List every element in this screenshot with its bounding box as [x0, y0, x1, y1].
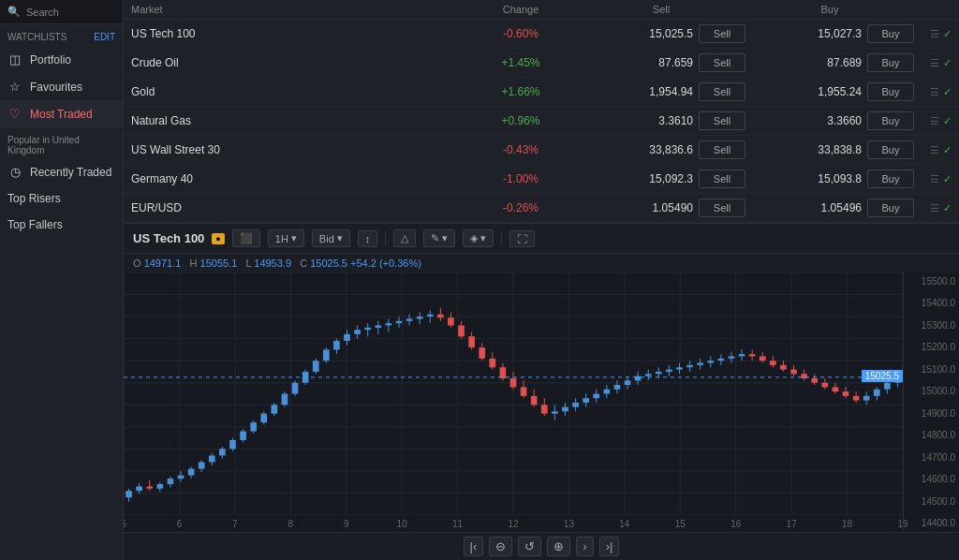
watchlist-icon[interactable]: ☰: [930, 86, 939, 98]
sidebar-item-portfolio[interactable]: ◫ Portfolio: [0, 46, 123, 73]
nav-first-button[interactable]: |‹: [464, 537, 484, 556]
table-row[interactable]: Crude Oil +1.45% 87.659 Sell 87.689 Buy …: [124, 49, 959, 78]
zoom-in-button[interactable]: ⊕: [547, 537, 570, 556]
sell-button[interactable]: Sell: [699, 199, 745, 217]
sidebar-item-top-risers[interactable]: Top Risers: [0, 185, 123, 212]
change-cell: +1.66%: [465, 85, 577, 98]
watchlist-icon[interactable]: ☰: [930, 144, 939, 156]
pen-button[interactable]: ✎ ▾: [423, 229, 455, 247]
check-icon[interactable]: ✓: [943, 202, 952, 214]
price-scale-label: 15500.0: [907, 276, 955, 287]
table-row[interactable]: Gold +1.66% 1,954.94 Sell 1,955.24 Buy ☰…: [124, 78, 959, 107]
price-scale-label: 14500.0: [907, 496, 955, 507]
heart-icon: ♡: [7, 107, 22, 121]
price-type-button[interactable]: Bid ▾: [312, 229, 350, 247]
market-name: Natural Gas: [131, 114, 465, 127]
sidebar-item-label: Recently Traded: [30, 166, 111, 179]
edit-button[interactable]: Edit: [94, 32, 115, 42]
timeframe-button[interactable]: 1H ▾: [268, 229, 304, 247]
check-icon[interactable]: ✓: [943, 86, 952, 98]
market-name: EUR/USD: [131, 201, 465, 214]
fullscreen-button[interactable]: ⛶: [509, 230, 535, 247]
sell-price: 87.659: [632, 56, 693, 69]
buy-button[interactable]: Buy: [867, 169, 914, 188]
price-scale-label: 14800.0: [907, 430, 955, 440]
header-sell: Sell: [577, 4, 745, 15]
buy-button[interactable]: Buy: [867, 111, 914, 130]
check-icon[interactable]: ✓: [943, 173, 952, 185]
sidebar-item-top-fallers[interactable]: Top Fallers: [0, 212, 123, 238]
x-axis-label: 12: [508, 519, 518, 529]
nav-next-button[interactable]: ›: [576, 537, 593, 556]
buy-cell: 33,838.8 Buy: [745, 140, 914, 159]
scale-button[interactable]: ↕: [358, 230, 378, 247]
top-fallers-label: Top Fallers: [7, 218, 63, 231]
sell-price: 1,954.94: [632, 85, 693, 98]
buy-button[interactable]: Buy: [867, 53, 914, 72]
sell-button[interactable]: Sell: [699, 140, 745, 159]
watchlist-icon[interactable]: ☰: [930, 173, 939, 185]
check-icon[interactable]: ✓: [943, 115, 952, 127]
check-icon[interactable]: ✓: [943, 144, 952, 156]
sell-button[interactable]: Sell: [699, 53, 745, 72]
watchlists-header: WATCHLISTS Edit: [0, 24, 123, 46]
watchlists-label: WATCHLISTS: [7, 32, 66, 42]
table-row[interactable]: Germany 40 -1.00% 15,092.3 Sell 15,093.8…: [124, 165, 959, 194]
sell-button[interactable]: Sell: [699, 169, 745, 188]
market-name: Crude Oil: [131, 56, 465, 69]
layers-button[interactable]: ◈ ▾: [463, 229, 494, 247]
sidebar-item-recently-traded[interactable]: ◷ Recently Traded: [0, 158, 123, 185]
buy-cell: 15,027.3 Buy: [745, 24, 914, 43]
sidebar-item-most-traded[interactable]: ♡ Most Traded: [0, 100, 123, 127]
market-table: Market Change Sell Buy US Tech 100 -0.60…: [124, 0, 959, 224]
nav-last-button[interactable]: ›|: [599, 537, 620, 556]
chart-canvas-wrap: 15500.015400.015300.015200.015100.015000…: [124, 273, 959, 532]
sell-button[interactable]: Sell: [699, 24, 745, 43]
draw-button[interactable]: △: [393, 229, 416, 247]
change-cell: -0.43%: [465, 143, 577, 156]
price-scale-label: 14600.0: [907, 474, 955, 484]
watchlist-icon[interactable]: ☰: [930, 115, 939, 127]
buy-price: 87.689: [801, 56, 862, 69]
table-row[interactable]: Natural Gas +0.96% 3.3610 Sell 3.3660 Bu…: [124, 107, 959, 136]
table-row[interactable]: EUR/USD -0.26% 1.05490 Sell 1.05496 Buy …: [124, 194, 959, 223]
chart-toolbar: US Tech 100 ● ⬛ 1H ▾ Bid ▾ ↕ △ ✎ ▾ ◈ ▾: [124, 224, 959, 254]
watchlist-icon[interactable]: ☰: [930, 57, 939, 69]
sell-cell: 1.05490 Sell: [577, 199, 745, 217]
reset-button[interactable]: ↺: [518, 537, 541, 556]
toolbar-separator: [385, 231, 386, 246]
sidebar-item-label: Portfolio: [30, 53, 71, 66]
change-cell: -1.00%: [465, 172, 577, 185]
price-scale-label: 14400.0: [907, 518, 955, 528]
buy-button[interactable]: Buy: [867, 199, 914, 217]
price-scale-label: 14700.0: [907, 452, 955, 463]
price-type-label: Bid: [319, 233, 334, 244]
search-bar[interactable]: 🔍 Search: [0, 0, 123, 24]
row-icons: ☰ ✓: [914, 173, 952, 185]
sell-button[interactable]: Sell: [699, 111, 745, 130]
zoom-out-button[interactable]: ⊖: [489, 537, 512, 556]
clock-icon: ◷: [7, 165, 22, 179]
chart-type-button[interactable]: ⬛: [232, 229, 260, 247]
check-icon[interactable]: ✓: [943, 28, 952, 40]
change-cell: +1.45%: [465, 56, 577, 69]
buy-button[interactable]: Buy: [867, 24, 914, 43]
watchlist-icon[interactable]: ☰: [930, 202, 939, 214]
chart-canvas[interactable]: [124, 273, 903, 515]
header-change: Change: [465, 4, 577, 15]
buy-price: 1.05496: [801, 201, 862, 214]
sell-price: 15,092.3: [632, 172, 693, 185]
sell-button[interactable]: Sell: [699, 82, 745, 101]
table-row[interactable]: US Tech 100 -0.60% 15,025.5 Sell 15,027.…: [124, 20, 959, 49]
watchlist-icon[interactable]: ☰: [930, 28, 939, 40]
chevron-down-icon: ▾: [442, 232, 448, 244]
top-risers-label: Top Risers: [7, 192, 61, 205]
sidebar: 🔍 Search WATCHLISTS Edit ◫ Portfolio ☆ F…: [0, 0, 124, 560]
check-icon[interactable]: ✓: [943, 57, 952, 69]
sidebar-item-favourites[interactable]: ☆ Favourites: [0, 73, 123, 100]
main-content: Market Change Sell Buy US Tech 100 -0.60…: [124, 0, 959, 560]
buy-button[interactable]: Buy: [867, 82, 914, 101]
price-scale-label: 15400.0: [907, 298, 955, 308]
buy-button[interactable]: Buy: [867, 140, 914, 159]
table-row[interactable]: US Wall Street 30 -0.43% 33,836.6 Sell 3…: [124, 136, 959, 165]
